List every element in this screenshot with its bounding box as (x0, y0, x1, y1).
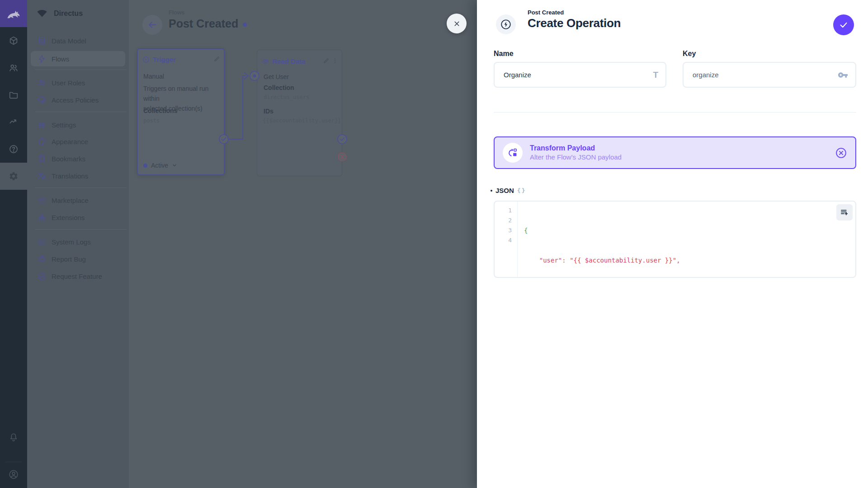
user-menu-button[interactable] (0, 465, 27, 484)
sidebar-item-label: User Roles (52, 79, 85, 87)
editor-gutter: 1 2 3 4 (495, 202, 518, 277)
editor-code-area[interactable]: { "user": "{{ $accountability.user }}", … (518, 202, 855, 277)
trigger-panel[interactable]: Trigger Manual Triggers on manual run wi… (137, 48, 225, 175)
sidebar-item-data-model[interactable]: Data Model (31, 33, 125, 48)
sidebar-item-label: Translations (52, 172, 88, 180)
active-status-dot (143, 164, 147, 168)
sidebar-item-marketplace[interactable]: Marketplace (31, 192, 125, 208)
page-title: Post Created (169, 17, 247, 30)
terminal-icon (38, 238, 46, 246)
active-status-label: Active (151, 162, 168, 169)
translate-icon (38, 172, 46, 180)
module-app-guide[interactable] (0, 136, 27, 163)
sidebar-item-flows[interactable]: Flows (31, 51, 125, 66)
operation-type-title: Transform Payload (530, 144, 622, 153)
sidebar-item-report-bug[interactable]: Report Bug (31, 251, 125, 267)
flow-status-dot (243, 23, 247, 27)
module-file-library[interactable] (0, 81, 27, 108)
people-icon (38, 79, 46, 87)
notifications-button[interactable] (0, 427, 27, 447)
collection-label: Collection (264, 84, 294, 91)
key-field-wrapper (683, 62, 856, 88)
name-input[interactable] (495, 63, 665, 87)
json-code-editor[interactable]: 1 2 3 4 { "user": "{{ $accountability.us… (494, 201, 856, 278)
close-drawer-button[interactable] (447, 14, 467, 33)
create-operation-drawer: Post Created Create Operation Name Key T… (477, 0, 868, 488)
deselect-operation-icon[interactable] (835, 147, 847, 159)
flow-status-toggle[interactable]: Active (143, 162, 177, 169)
sidebar-item-request-feature[interactable]: Request Feature (31, 268, 125, 284)
bookmark-icon (38, 155, 46, 163)
breadcrumb: Flows (169, 9, 184, 16)
project-icon (36, 9, 48, 19)
box-icon (9, 36, 19, 46)
module-bar (0, 0, 27, 488)
bug-icon (38, 255, 46, 263)
module-insights[interactable] (0, 108, 27, 136)
bell-icon (9, 432, 19, 442)
collection-value: directus_users (264, 94, 309, 100)
operation-type-text: Transform Payload Alter the Flow's JSON … (530, 144, 622, 162)
operation-panel-title: Read Data (272, 57, 305, 65)
tune-icon (38, 121, 46, 129)
back-button[interactable] (142, 15, 162, 35)
edit-trigger-icon[interactable] (213, 56, 220, 62)
sidebar-item-label: Extensions (52, 214, 85, 221)
title-format-icon: T (653, 70, 658, 80)
code-line: { (524, 225, 855, 235)
avatar-icon (8, 469, 19, 480)
sidebar-item-translations[interactable]: Translations (31, 168, 125, 183)
transform-icon (503, 143, 523, 163)
database-icon (38, 37, 46, 45)
operation-drawer-icon-button[interactable] (496, 14, 516, 34)
module-bar-divider (5, 462, 22, 462)
operation-panel-read-data[interactable]: Read Data Get User Collection directus_u… (257, 50, 342, 176)
directus-logo[interactable] (0, 0, 27, 27)
folder-icon (9, 90, 19, 100)
sidebar-item-user-roles[interactable]: User Roles (31, 75, 125, 90)
playlist-add-button[interactable] (836, 204, 853, 221)
sidebar-item-appearance[interactable]: Appearance (31, 134, 125, 149)
chevron-down-icon (172, 163, 177, 168)
key-label: Key (683, 50, 696, 58)
module-content[interactable] (0, 27, 27, 54)
save-button[interactable] (833, 14, 854, 35)
operation-type-banner[interactable]: Transform Payload Alter the Flow's JSON … (494, 136, 856, 169)
sidebar-item-label: Flows (52, 55, 69, 63)
sidebar-item-label: Bookmarks (52, 155, 85, 163)
project-chooser[interactable]: Directus (27, 0, 129, 27)
close-icon (453, 20, 461, 28)
sidebar-item-bookmarks[interactable]: Bookmarks (31, 151, 125, 166)
key-icon (838, 70, 848, 80)
edit-operation-icon[interactable] (323, 57, 330, 64)
nav-divider (35, 188, 127, 188)
code-line: "user": "{{ $accountability.user }}", (524, 255, 855, 265)
line-number: 4 (495, 235, 517, 245)
drawer-breadcrumb: Post Created (528, 9, 564, 16)
ids-label: IDs (264, 108, 274, 115)
sidebar-item-extensions[interactable]: Extensions (31, 210, 125, 225)
operation-type-subtitle: Alter the Flow's JSON payload (530, 153, 622, 162)
json-field-label: JSON (495, 187, 514, 194)
activity-icon (9, 117, 19, 127)
bolt-icon (38, 55, 46, 63)
more-vertical-icon[interactable] (332, 57, 338, 64)
directus-logo-icon (6, 7, 21, 20)
arrow-left-icon (147, 20, 157, 30)
key-input[interactable] (684, 63, 855, 87)
module-user-directory[interactable] (0, 54, 27, 81)
sidebar-item-access-policies[interactable]: Access Policies (31, 92, 125, 108)
operation-panel-header: Read Data (262, 57, 305, 65)
sidebar-item-label: System Logs (52, 238, 91, 246)
module-settings[interactable] (0, 163, 27, 190)
settings-nav-sidebar: Directus Data Model Flows User Roles Acc… (27, 0, 129, 488)
sidebar-item-settings[interactable]: Settings (31, 117, 125, 132)
section-divider (494, 112, 856, 113)
operation-name: Get User (264, 73, 289, 80)
sidebar-item-system-logs[interactable]: System Logs (31, 234, 125, 249)
sidebar-item-label: Appearance (52, 138, 88, 145)
sidebar-item-label: Data Model (52, 37, 86, 45)
check-icon (839, 20, 849, 30)
playlist-add-icon (840, 208, 849, 217)
trigger-panel-header: Trigger (142, 56, 176, 63)
